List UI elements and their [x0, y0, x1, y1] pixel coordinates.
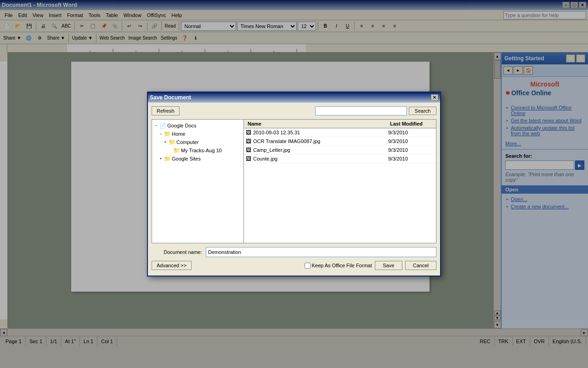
file-icon: 🖼: [246, 129, 251, 136]
save-dialog: Save Document ✕ Refresh Search − 📄: [147, 92, 441, 276]
file-name: Camp_Letter.jpg: [253, 147, 388, 153]
dialog-actions: Advanced >> Keep As Office File Format S…: [152, 259, 436, 272]
file-row[interactable]: 🖼 OCR Translate IMAG0087.jpg 9/3/2010: [244, 137, 436, 146]
file-name: 2010-09-03 12.35.31: [253, 130, 388, 135]
advanced-button[interactable]: Advanced >>: [152, 261, 192, 270]
file-icon: 🖼: [246, 138, 251, 144]
dialog-search-button[interactable]: Search: [409, 107, 436, 115]
folder-icon: 📁: [169, 139, 175, 145]
col-name: Name: [246, 121, 388, 127]
dialog-content: − 📄 Google Docs − 📁 Home + 📁 Co: [152, 119, 436, 243]
file-date: 9/3/2010: [388, 138, 434, 144]
folder-icon: 📁: [173, 147, 180, 154]
tree-item-home[interactable]: − 📁 Home: [152, 130, 243, 138]
dialog-search-input[interactable]: [315, 106, 407, 115]
folder-icon: 📁: [164, 155, 171, 162]
dialog-title: Save Document: [150, 94, 191, 101]
dialog-toolbar: Refresh Search: [152, 106, 436, 115]
tree-label: Home: [172, 131, 185, 137]
tree-label: Google Sites: [172, 156, 201, 161]
file-row[interactable]: 🖼 Camp_Letter.jpg 9/3/2010: [244, 146, 436, 155]
file-row[interactable]: 🖼 2010-09-03 12.35.31 9/3/2010: [244, 128, 436, 137]
file-icon: 🖼: [246, 155, 251, 162]
tree-item-my-tracks[interactable]: 📁 My Tracks-Aug 10: [152, 146, 243, 155]
keep-office-checkbox[interactable]: [305, 263, 311, 269]
save-action-button[interactable]: Save: [375, 261, 402, 270]
files-panel: Name Last Modified 🖼 2010-09-03 12.35.31…: [244, 120, 436, 243]
tree-item-google-docs[interactable]: − 📄 Google Docs: [152, 121, 243, 130]
toggle-icon: +: [163, 140, 168, 144]
keep-office-label[interactable]: Keep As Office File Format: [305, 263, 372, 269]
folder-icon: 📄: [159, 122, 166, 129]
tree-item-computer[interactable]: + 📁 Computer: [152, 138, 243, 146]
file-date: 9/3/2010: [388, 130, 434, 135]
tree-label: Computer: [176, 139, 198, 145]
dialog-search-row: Search: [181, 106, 436, 115]
tree-label: My Tracks-Aug 10: [181, 148, 222, 153]
dialog-filename-label: Document name:: [152, 249, 202, 255]
file-date: 9/3/2010: [388, 156, 434, 161]
cancel-button[interactable]: Cancel: [405, 261, 436, 270]
file-name: Counte.jpg: [253, 156, 388, 161]
files-header: Name Last Modified: [244, 120, 436, 128]
folder-icon: 📁: [164, 131, 171, 137]
tree-panel: − 📄 Google Docs − 📁 Home + 📁 Co: [152, 120, 244, 243]
col-modified: Last Modified: [388, 121, 434, 127]
file-name: OCR Translate IMAG0087.jpg: [253, 138, 388, 144]
dialog-body: Refresh Search − 📄 Google Docs −: [148, 103, 440, 276]
dialog-titlebar: Save Document ✕: [148, 92, 440, 103]
dialog-titlebar-buttons: ✕: [431, 94, 438, 101]
dialog-filename-input[interactable]: [206, 247, 436, 257]
toggle-icon: +: [158, 156, 163, 161]
dialog-close-button[interactable]: ✕: [431, 94, 438, 101]
tree-label: Google Docs: [167, 123, 197, 128]
toggle-icon: −: [158, 132, 163, 136]
file-icon: 🖼: [246, 147, 251, 153]
file-date: 9/3/2010: [388, 147, 434, 153]
modal-overlay: Save Document ✕ Refresh Search − 📄: [0, 0, 588, 368]
keep-office-text: Keep As Office File Format: [312, 263, 372, 268]
file-row[interactable]: 🖼 Counte.jpg 9/3/2010: [244, 155, 436, 163]
dialog-filename-row: Document name:: [152, 247, 436, 257]
dialog-refresh-button[interactable]: Refresh: [152, 106, 180, 115]
tree-item-google-sites[interactable]: + 📁 Google Sites: [152, 155, 243, 163]
toggle-icon: −: [154, 123, 158, 128]
